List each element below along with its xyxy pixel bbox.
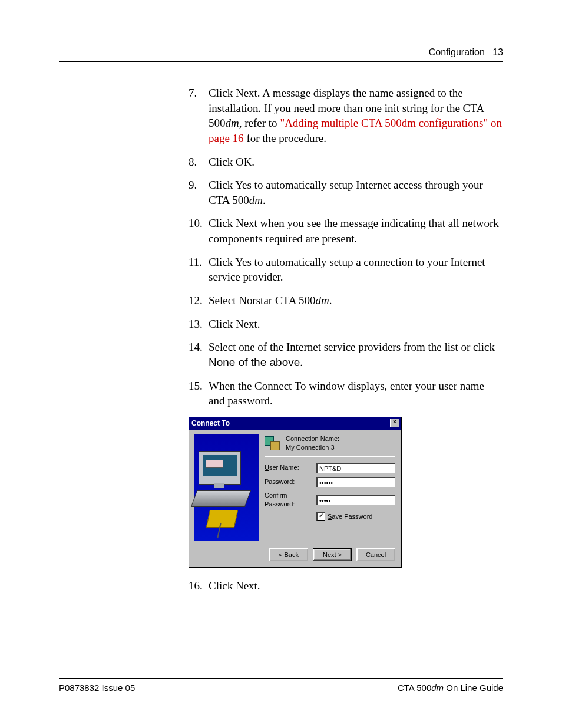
step-number: 13. [189,317,209,332]
wizard-graphic [194,434,259,541]
step-number: 11. [189,255,209,285]
step-number: 12. [189,293,209,308]
confirm-password-label: Confirm Password: [265,491,316,509]
step-number: 15. [189,378,209,409]
step-list: 7. Click Next. A message displays the na… [189,85,503,594]
step-text: Click Next. [209,317,503,332]
page-header: Configuration 13 [59,47,503,62]
step-text: When the Connect To window displays, ent… [209,378,503,409]
footer-right: CTA 500dm On Line Guide [398,683,503,693]
step-number: 7. [189,85,209,146]
footer-left: P0873832 Issue 05 [59,683,135,693]
page-footer: P0873832 Issue 05 CTA 500dm On Line Guid… [59,678,503,693]
step-number: 10. [189,216,209,246]
step-number: 16. [189,578,209,594]
step-text: Click Next. A message displays the name … [209,85,503,146]
step-number: 9. [189,177,209,207]
step-number: 8. [189,154,209,170]
connection-name-label: Connection Name: [286,434,339,443]
header-page-number: 13 [492,47,503,57]
step-text: Select Norstar CTA 500dm. [209,293,503,308]
dialog-title: Connect To [191,419,230,428]
next-button[interactable]: Next > [313,548,352,561]
username-input[interactable]: NPT&D [316,463,395,473]
connect-to-dialog: Connect To × Connection Name: M [189,417,402,568]
username-label: User Name: [265,463,316,472]
connection-name-value: My Connection 3 [286,443,339,452]
connection-icon [265,436,280,450]
cancel-button[interactable]: Cancel [356,548,395,561]
save-password-label: Save Password [328,512,372,521]
step-text: Click OK. [209,154,503,170]
step-text: Select one of the Internet service provi… [209,340,503,370]
confirm-password-input[interactable]: ••••• [316,495,395,505]
step-text: Click Next. [209,578,503,594]
step-text: Click Next when you see the message indi… [209,216,503,246]
header-section: Configuration [429,47,485,57]
password-input[interactable]: •••••• [316,477,395,487]
step-text: Click Yes to automatically setup Interne… [209,177,503,207]
save-password-checkbox[interactable]: ✓ [316,512,325,521]
step-number: 14. [189,340,209,370]
close-button[interactable]: × [390,419,399,427]
password-label: Password: [265,477,316,486]
dialog-titlebar: Connect To × [189,417,401,430]
back-button[interactable]: < Back [269,548,308,561]
step-text: Click Yes to automatically setup a conne… [209,255,503,285]
